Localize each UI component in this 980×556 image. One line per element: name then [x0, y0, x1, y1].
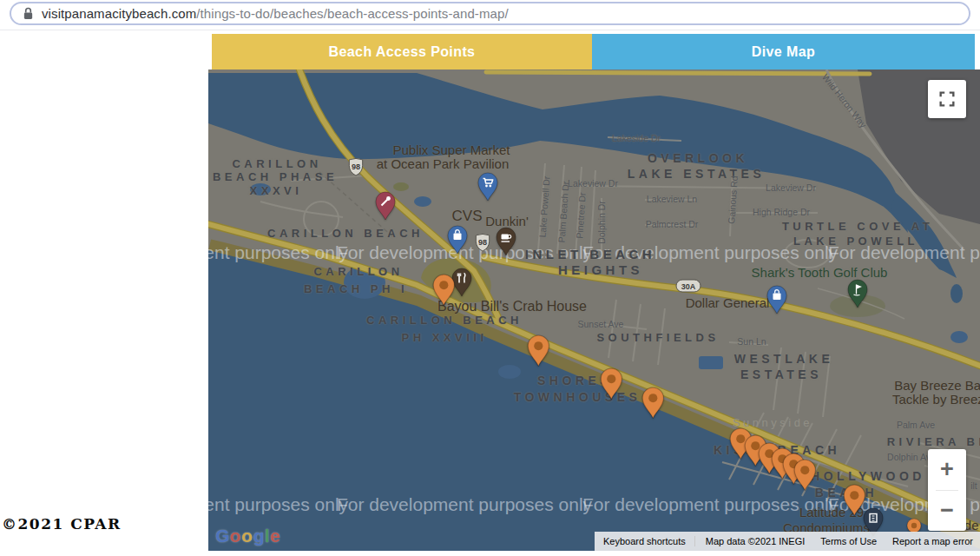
map-label: OVERLOOK [648, 151, 748, 165]
zoom-out-button[interactable]: − [928, 491, 966, 532]
terms-of-use-link[interactable]: Terms of Use [820, 536, 877, 546]
map-label: Publix Super Market [392, 142, 510, 157]
lock-icon [22, 7, 34, 21]
map-label: CARILLON BEACH [267, 227, 424, 240]
dev-watermark: For development purposes only [828, 242, 980, 263]
poi-pin-red[interactable] [374, 191, 397, 224]
map-label: Gainous Rd [726, 175, 740, 224]
map-label: Palm Beach Dr [556, 181, 571, 242]
tab-beach-access-points[interactable]: Beach Access Points [212, 34, 592, 70]
fullscreen-button[interactable] [928, 80, 966, 118]
attribution-bar: Keyboard shortcuts Map data ©2021 INEGI … [595, 532, 980, 551]
dev-watermark: For development purposes only [582, 494, 838, 515]
store-pin[interactable] [446, 225, 469, 258]
dollar-general-pin[interactable] [766, 285, 788, 318]
publix-pin[interactable] [477, 172, 499, 205]
beach-access-pin[interactable] [431, 274, 457, 309]
google-logo-letter: G [215, 526, 230, 546]
zoom-control: + − [928, 449, 966, 531]
browser-chrome: visitpanamacitybeach.com/things-to-do/be… [0, 0, 980, 30]
map-label: LAKE ESTATES [628, 167, 766, 181]
beach-access-pin[interactable] [842, 484, 867, 520]
google-logo-letter: o [230, 526, 241, 546]
map-label: Lakeview Dr [766, 182, 816, 193]
url-domain: visitpanamacitybeach.com [42, 6, 196, 21]
google-logo-letter: g [253, 526, 265, 546]
golf-club-pin[interactable] [846, 279, 869, 312]
url-path: /things-to-do/beaches/beach-access-point… [196, 6, 508, 21]
map-label: SOUTHFIELDS [596, 331, 719, 344]
report-map-error-link[interactable]: Report a map error [892, 536, 973, 546]
svg-text:98: 98 [352, 162, 360, 171]
keyboard-shortcuts-link[interactable]: Keyboard shortcuts [595, 536, 694, 546]
beach-access-pin[interactable] [641, 387, 666, 422]
map-label: CVS [452, 208, 483, 225]
map-tab-bar: Beach Access Points Dive Map [0, 34, 980, 70]
map-label: WESTLAKE [734, 352, 834, 366]
address-bar[interactable]: visitpanamacitybeach.com/things-to-do/be… [10, 2, 970, 25]
map-label: XXXVI [250, 184, 303, 197]
svg-text:98: 98 [478, 238, 487, 247]
route-shield: 98 [346, 156, 366, 181]
map-label: Sun Ln [737, 336, 766, 347]
zoom-in-button[interactable]: + [928, 449, 966, 490]
map-overlay: For development purposes onlyFor develop… [208, 70, 980, 551]
copyright-watermark: ©2021 CPAR [2, 515, 122, 533]
beach-access-pin[interactable] [526, 334, 551, 370]
map-label: Lake Powell Dr [537, 175, 552, 237]
browser-window: visitpanamacitybeach.com/things-to-do/be… [0, 0, 980, 556]
map-label: PH XXVIII [401, 331, 487, 344]
dev-watermark: For development purposes only [337, 494, 592, 515]
google-logo-letter: e [270, 526, 280, 546]
map-label: Palmcrest Dr [646, 219, 699, 229]
map-label: High Ridge Dr [753, 207, 810, 217]
map-label: ESTATES [740, 367, 822, 381]
map-label: Dunkin' [485, 214, 529, 228]
route-shield: 98 [473, 232, 493, 256]
map-canvas[interactable]: For development purposes onlyFor develop… [208, 70, 980, 551]
dev-watermark: For development purposes only [582, 242, 838, 263]
map-label: Bay Breeze Bait & [894, 378, 980, 393]
map-label: Lakeside Dr [612, 133, 661, 143]
map-label: Lakeview Dr [568, 178, 618, 189]
tab-dive-map[interactable]: Dive Map [592, 34, 975, 70]
beach-access-pin[interactable] [599, 367, 624, 403]
map-label: RIVIERA BEACH [887, 435, 980, 448]
map-label: TURTLE COVE AT [782, 220, 933, 233]
map-data-text: Map data ©2021 INEGI [706, 536, 806, 546]
fullscreen-icon [937, 89, 957, 109]
google-logo[interactable]: Google [215, 526, 280, 546]
map-label: CARILLON [232, 157, 321, 170]
map-label: LAKE POWELL [793, 235, 918, 248]
map-label: Shark's Tooth Golf Club [752, 265, 888, 280]
map-label: HEIGHTS [558, 262, 643, 277]
map-label: HOLLYWOOD [811, 469, 925, 483]
map-label: Tackle by Breeze [892, 392, 980, 407]
map-label: INLET BEACH [525, 247, 655, 261]
map-label: Bayou Bill's Crab House [437, 299, 587, 314]
dunkin-pin[interactable] [495, 227, 517, 260]
map-label: Sunset Ave [578, 319, 624, 329]
map-label: BEACH PHASE [213, 170, 338, 183]
map-label: Pinetree Dr [574, 192, 588, 239]
map-label: Dollar General [686, 295, 770, 310]
beach-access-pin[interactable] [793, 459, 818, 494]
svg-text:30A: 30A [681, 282, 696, 291]
map-label: Lakeview Ln [647, 194, 697, 204]
map-label: CARILLON [313, 265, 403, 278]
map-label: Wild Heron Way [820, 72, 869, 130]
dev-watermark: For development purposes only [208, 494, 348, 515]
map-label: Palm Ave [897, 420, 935, 430]
map-label: Dolphin Dr [596, 201, 607, 244]
map-label: at Ocean Park Pavilion [377, 156, 510, 171]
url-text: visitpanamacitybeach.com/things-to-do/be… [42, 6, 509, 21]
google-logo-letter: o [241, 526, 253, 546]
route-shield: 30A [675, 279, 701, 296]
map-label: CARILLON BEACH [366, 314, 523, 327]
dev-watermark: For development purposes only [208, 242, 348, 263]
map-label: BEACH PH I [304, 282, 408, 295]
map-label: ilt [970, 480, 977, 491]
